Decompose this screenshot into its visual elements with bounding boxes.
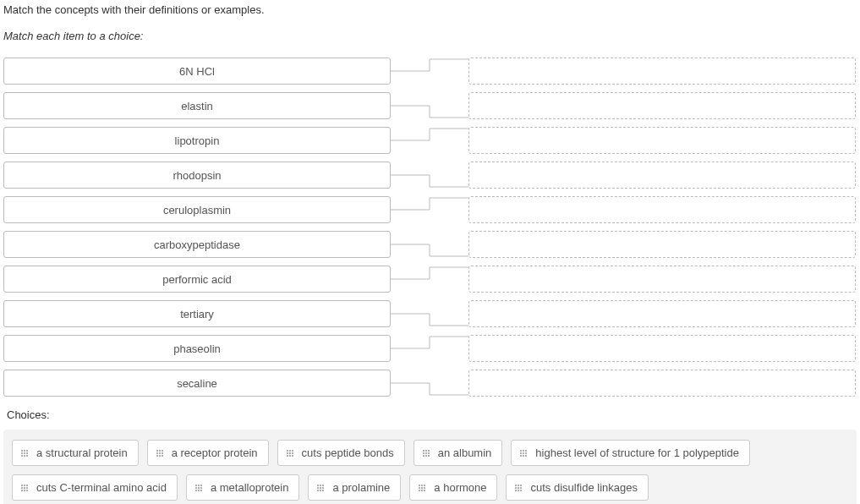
svg-point-73 [421,485,423,486]
svg-point-20 [292,450,293,452]
svg-point-67 [320,487,321,489]
drag-handle-icon [155,448,165,458]
choice-pill[interactable]: a structural protein [12,440,139,466]
svg-point-62 [200,490,202,491]
choice-pill[interactable]: a hormone [409,474,497,501]
drop-zone[interactable] [468,335,856,362]
match-row: performic acid [3,266,857,293]
concept-box: carboxypeptidase [3,231,391,258]
svg-point-21 [287,452,288,454]
svg-point-81 [516,485,518,486]
svg-point-64 [320,485,321,486]
match-row: 6N HCl [3,58,857,85]
choice-label: a structural protein [36,446,128,459]
choices-label: Choices: [7,408,857,421]
svg-point-46 [24,485,25,486]
svg-point-15 [156,455,158,457]
choice-label: cuts disulfide linkages [530,481,637,494]
svg-point-68 [322,487,324,489]
svg-point-36 [520,450,522,452]
choice-pill[interactable]: highest level of structure for 1 polypep… [511,440,750,466]
connector [391,162,468,189]
svg-point-8 [26,455,28,457]
svg-point-66 [317,487,319,489]
concept-box: rhodopsin [3,162,391,189]
svg-point-44 [525,455,527,457]
svg-point-75 [419,487,420,489]
svg-point-2 [26,450,28,452]
choice-pill[interactable]: an albumin [414,440,503,466]
drag-handle-icon [19,448,30,458]
svg-point-86 [521,487,523,489]
svg-point-33 [423,455,425,457]
svg-point-80 [424,490,425,491]
svg-point-1 [24,450,25,452]
drag-handle-icon [513,483,523,493]
choice-pill[interactable]: cuts disulfide linkages [506,474,648,501]
svg-point-17 [162,455,163,457]
choice-pill[interactable]: cuts C-terminal amino acid [12,474,178,501]
drop-zone[interactable] [468,370,856,397]
svg-point-28 [425,450,427,452]
choice-pill[interactable]: a metalloprotein [186,474,300,501]
svg-point-37 [523,450,524,452]
svg-point-42 [520,455,522,457]
match-row: elastin [3,92,857,119]
choice-label: a prolamine [332,481,390,494]
svg-point-10 [159,450,161,452]
svg-point-29 [428,450,430,452]
choice-pill[interactable]: cuts peptide bonds [277,440,405,466]
drag-handle-icon [518,448,529,458]
svg-point-38 [525,450,527,452]
connector [391,92,468,119]
concept-box: elastin [3,92,391,119]
svg-point-40 [523,452,524,454]
match-row: secaline [3,370,857,397]
svg-point-9 [156,450,158,452]
drop-zone[interactable] [468,266,856,293]
choice-pill[interactable]: a prolamine [308,474,401,501]
svg-point-23 [292,452,293,454]
svg-point-82 [518,485,520,486]
drop-zone[interactable] [468,231,856,258]
svg-point-79 [421,490,423,491]
concept-box: performic acid [3,266,391,293]
connector [391,196,468,223]
svg-point-45 [21,485,23,486]
svg-point-59 [200,487,202,489]
svg-point-43 [523,455,524,457]
match-row: phaseolin [3,335,857,362]
svg-point-88 [518,490,520,491]
concept-box: ceruloplasmin [3,196,391,223]
svg-point-4 [24,452,25,454]
drop-zone[interactable] [468,300,856,327]
svg-point-84 [516,487,518,489]
drop-zone[interactable] [468,58,856,85]
svg-point-6 [21,455,23,457]
match-row: lipotropin [3,127,857,154]
choice-label: highest level of structure for 1 polypep… [535,446,739,459]
choice-label: a receptor protein [172,446,258,459]
svg-point-47 [26,485,28,486]
svg-point-31 [425,452,427,454]
concept-box: phaseolin [3,335,391,362]
drop-zone[interactable] [468,127,856,154]
svg-point-41 [525,452,527,454]
drop-zone[interactable] [468,196,856,223]
match-instructions: Match each item to a choice: [3,30,857,42]
svg-point-71 [322,490,324,491]
choice-label: a hormone [434,481,486,494]
svg-point-72 [419,485,420,486]
svg-point-27 [423,450,425,452]
svg-point-70 [320,490,321,491]
connector [391,300,468,327]
svg-point-85 [518,487,520,489]
connector [391,266,468,293]
choices-area[interactable]: a structural protein a receptor protein … [3,430,857,504]
drop-zone[interactable] [468,92,856,119]
connector [391,335,468,362]
drop-zone[interactable] [468,162,856,189]
svg-point-55 [198,485,200,486]
choice-pill[interactable]: a receptor protein [147,440,269,466]
svg-point-24 [287,455,288,457]
